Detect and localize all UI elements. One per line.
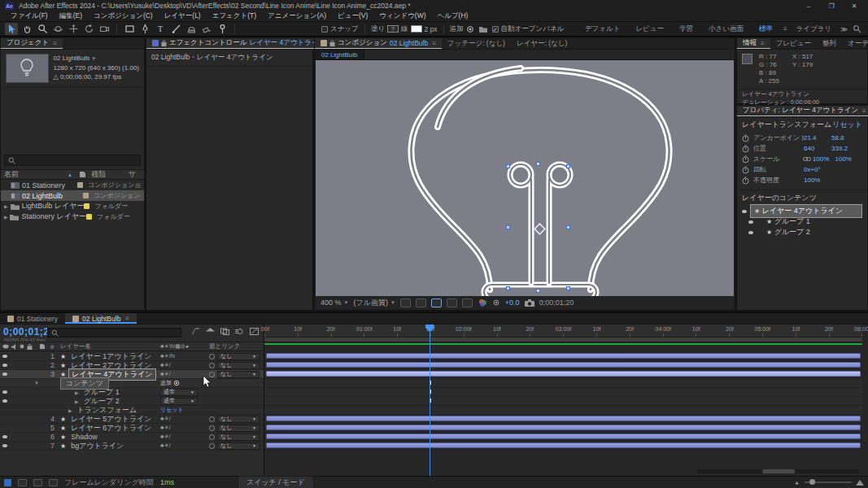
lock-icon[interactable] bbox=[161, 40, 167, 46]
puppet-pin-tool-icon[interactable] bbox=[216, 23, 229, 35]
property-track-row[interactable] bbox=[264, 379, 862, 388]
brush-tool-icon[interactable] bbox=[169, 23, 182, 35]
stopwatch-icon[interactable] bbox=[742, 166, 753, 174]
timeline-tab-lightbulb[interactable]: 02 LightBulb≡ bbox=[65, 313, 137, 324]
search-workspace-icon[interactable] bbox=[850, 23, 863, 35]
eye-icon[interactable] bbox=[2, 373, 7, 376]
selection-handle[interactable] bbox=[506, 164, 510, 168]
timeline-zoom-slider[interactable] bbox=[805, 481, 852, 483]
add-target-icon[interactable] bbox=[173, 380, 180, 386]
property-track-row[interactable] bbox=[264, 406, 862, 415]
eye-icon[interactable] bbox=[2, 364, 7, 367]
selection-handle[interactable] bbox=[566, 164, 570, 168]
blend-mode-select[interactable]: 通常▼ bbox=[160, 389, 198, 396]
stopwatch-icon[interactable] bbox=[742, 155, 753, 163]
auto-open-checkbox[interactable]: ✓ bbox=[492, 26, 499, 33]
workspace-standard[interactable]: 標準 bbox=[752, 24, 779, 34]
property-track-row[interactable] bbox=[264, 388, 862, 397]
property-value[interactable]: 100% bbox=[804, 176, 831, 184]
menu-edit[interactable]: 編集(E) bbox=[54, 11, 88, 21]
orbit-tool-icon[interactable] bbox=[51, 23, 64, 35]
eye-icon[interactable] bbox=[2, 444, 7, 447]
comp-timecode[interactable]: 0;00;01;20 bbox=[539, 298, 574, 307]
property-value[interactable]: 640 bbox=[804, 145, 831, 152]
switches-column[interactable]: ♣☀\fx▦⊘● bbox=[160, 343, 209, 350]
menu-file[interactable]: ファイル(F) bbox=[5, 11, 54, 21]
workspace-library[interactable]: ライブラリ bbox=[790, 24, 839, 34]
stopwatch-icon[interactable] bbox=[742, 134, 753, 142]
draft-3d-icon[interactable] bbox=[206, 328, 215, 335]
project-item[interactable]: ▶ LightBulb レイヤー フォルダー bbox=[1, 201, 144, 211]
selection-tool-icon[interactable] bbox=[5, 23, 18, 35]
menu-effect[interactable]: エフェクト(T) bbox=[207, 11, 262, 21]
parent-select[interactable]: なし▼ bbox=[217, 434, 260, 441]
menu-window[interactable]: ウィンドウ(W) bbox=[373, 11, 431, 21]
eraser-tool-icon[interactable] bbox=[200, 23, 213, 35]
tab-layer[interactable]: レイヤー: (なし) bbox=[511, 38, 573, 49]
layer-bar-row[interactable] bbox=[264, 370, 862, 379]
switches-modes-toggle[interactable]: スイッチ / モード bbox=[238, 476, 314, 488]
selection-handle[interactable] bbox=[536, 162, 540, 166]
layer-row[interactable]: 7 ★bgアウトライン ♣☀/ なし▼ bbox=[0, 442, 264, 451]
project-columns[interactable]: 名前 ▲ 種類 サ bbox=[1, 169, 144, 180]
add-label[interactable]: 追加 bbox=[450, 24, 464, 34]
eye-icon[interactable] bbox=[2, 435, 7, 438]
layer-name-column[interactable]: レイヤー名 bbox=[60, 342, 160, 351]
menu-animation[interactable]: アニメーション(A) bbox=[262, 11, 332, 21]
selection-handle[interactable] bbox=[506, 286, 510, 290]
menu-composition[interactable]: コンポジション(C) bbox=[88, 11, 159, 21]
workspace-menu-icon[interactable]: ≡ bbox=[783, 25, 787, 33]
eye-icon[interactable] bbox=[2, 390, 7, 394]
transparency-grid-icon[interactable] bbox=[447, 298, 457, 307]
footer-icon-flowchart[interactable] bbox=[33, 479, 42, 486]
project-item[interactable]: 01 Stationery コンポジション 品 bbox=[1, 180, 144, 190]
stroke-swatch[interactable] bbox=[411, 25, 422, 33]
rotate-tool-icon[interactable] bbox=[82, 23, 95, 35]
sort-icon[interactable]: ▲ bbox=[68, 172, 79, 177]
eye-icon[interactable] bbox=[742, 210, 747, 213]
layer-bar-row[interactable] bbox=[264, 361, 862, 370]
tab-audio[interactable]: オーデ bbox=[842, 38, 868, 49]
project-item[interactable]: ▶ Stationery レイヤー フォルダー bbox=[1, 211, 144, 222]
footer-icon-composition[interactable] bbox=[18, 479, 27, 486]
snapshot-camera-icon[interactable] bbox=[525, 299, 534, 307]
zoom-select[interactable]: 400 %▼ bbox=[321, 298, 348, 307]
transform-reset-link[interactable]: リセット bbox=[160, 407, 184, 412]
fill-label[interactable]: 塗り bbox=[371, 24, 385, 34]
parent-select[interactable]: なし▼ bbox=[217, 353, 260, 360]
timeline-track-area[interactable]: :00f 10f 20f 01:00f 10f 20f 02:00f 10f 2… bbox=[264, 325, 862, 476]
clone-stamp-tool-icon[interactable] bbox=[185, 23, 198, 35]
layer-duration-bar[interactable] bbox=[266, 434, 861, 439]
channel-icon[interactable] bbox=[478, 298, 487, 307]
layer-duration-bar[interactable] bbox=[266, 416, 861, 421]
timeline-tab-stationery[interactable]: 01 Stationery bbox=[0, 313, 65, 324]
stroke-label[interactable]: 線 bbox=[401, 24, 408, 34]
stroke-width-value[interactable]: 2 px bbox=[425, 25, 438, 33]
layer-bar-row[interactable] bbox=[264, 352, 862, 361]
graph-editor-icon[interactable] bbox=[250, 328, 259, 335]
pixel-aspect-icon[interactable] bbox=[462, 298, 473, 307]
zoom-tool-icon[interactable] bbox=[36, 23, 49, 35]
workspace-review[interactable]: レビュー bbox=[629, 24, 670, 34]
layer-duration-bar[interactable] bbox=[266, 353, 861, 359]
tab-effect-controls[interactable]: エフェクトコントロール レイヤー 4アウトライン ≡ bbox=[146, 38, 339, 49]
zoom-out-icon[interactable] bbox=[794, 480, 800, 486]
render-current-frame-icon[interactable] bbox=[4, 479, 11, 486]
motion-blur-icon[interactable] bbox=[235, 328, 244, 335]
exposure-gear-icon[interactable] bbox=[492, 298, 500, 307]
pickwhip-icon[interactable] bbox=[209, 425, 215, 431]
comp-mini-flowchart-icon[interactable] bbox=[191, 328, 200, 335]
hand-tool-icon[interactable] bbox=[20, 23, 33, 35]
tab-project[interactable]: プロジェクト≡ bbox=[1, 38, 63, 49]
minimize-button[interactable]: – bbox=[800, 2, 818, 10]
menu-help[interactable]: ヘルプ(H) bbox=[432, 11, 474, 21]
stopwatch-icon[interactable] bbox=[742, 145, 753, 153]
timeline-search[interactable] bbox=[47, 328, 181, 338]
project-item[interactable]: 02 LightBulb コンポジション bbox=[1, 190, 144, 201]
selection-handle[interactable] bbox=[566, 286, 570, 290]
parent-select[interactable]: なし▼ bbox=[217, 362, 260, 369]
snap-checkbox[interactable] bbox=[321, 26, 328, 33]
property-value[interactable]: 0x+0° bbox=[804, 166, 831, 173]
eye-icon[interactable] bbox=[748, 220, 753, 224]
parent-column[interactable]: 親とリンク bbox=[209, 342, 264, 351]
